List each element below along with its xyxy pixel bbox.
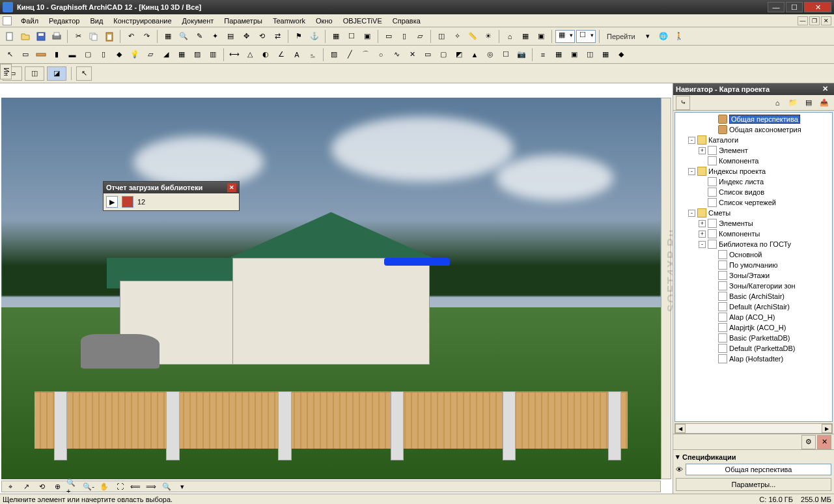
- nav-layouts-icon[interactable]: ▤: [801, 96, 816, 110]
- mode2-icon[interactable]: ◫: [25, 66, 44, 81]
- orbit-icon[interactable]: ⟲: [35, 479, 49, 494]
- collapse-icon[interactable]: -: [688, 137, 695, 144]
- light-icon[interactable]: ☀: [481, 29, 495, 44]
- tree-item[interactable]: Basic (ArchiStair): [675, 291, 832, 301]
- mesh-tool-icon[interactable]: ▦: [174, 48, 189, 62]
- menu-редактор[interactable]: Редактор: [44, 16, 85, 26]
- copy-icon[interactable]: [87, 29, 101, 44]
- tree-item[interactable]: -Каталоги: [675, 135, 832, 145]
- tree-item[interactable]: Компонента: [675, 156, 832, 166]
- tree-item[interactable]: Список чертежей: [675, 197, 832, 208]
- arrow-tool-icon[interactable]: ↖: [3, 48, 17, 62]
- tree-item[interactable]: Основной: [675, 249, 832, 260]
- tree-item[interactable]: -Сметы: [675, 208, 832, 218]
- tree-item[interactable]: +Компоненты: [675, 229, 832, 239]
- marquee-tool-icon[interactable]: ▭: [18, 48, 33, 62]
- expand-icon[interactable]: +: [699, 220, 706, 227]
- save-icon[interactable]: [34, 29, 48, 44]
- globe-icon[interactable]: 🌐: [656, 29, 671, 44]
- circle-tool-icon[interactable]: ○: [374, 48, 388, 62]
- fit-icon[interactable]: ⛶: [113, 479, 127, 494]
- info-tab[interactable]: Ин: [0, 64, 12, 79]
- next-view-icon[interactable]: ⟹: [144, 479, 158, 494]
- mdi-close-button[interactable]: ✕: [821, 16, 831, 25]
- minimize-button[interactable]: —: [768, 2, 785, 12]
- nav-project-icon[interactable]: ⌂: [770, 96, 785, 110]
- zoom-out-icon[interactable]: 🔍-: [81, 479, 96, 494]
- stack-icon[interactable]: ▣: [360, 29, 374, 44]
- grid-icon[interactable]: ▦: [329, 29, 343, 44]
- door-tool-icon[interactable]: ▯: [96, 48, 111, 62]
- selection-highlight[interactable]: [384, 258, 450, 266]
- tree-item[interactable]: Default (ParkettaDB): [675, 343, 832, 354]
- new-icon[interactable]: [3, 29, 17, 44]
- menu-конструирование[interactable]: Конструирование: [108, 16, 176, 26]
- mirror-icon[interactable]: ⇄: [270, 29, 285, 44]
- mdi-restore-button[interactable]: ❐: [809, 16, 820, 25]
- flag-icon[interactable]: ⚑: [292, 29, 306, 44]
- stair-tool-icon[interactable]: ≡: [536, 48, 550, 62]
- expand-icon[interactable]: +: [699, 147, 706, 154]
- fill-tool-icon[interactable]: ▨: [327, 48, 341, 62]
- view1-icon[interactable]: ▭: [382, 29, 396, 44]
- measure-icon[interactable]: 📏: [466, 29, 480, 44]
- navigator-hscroll[interactable]: ◀ ▶: [674, 423, 833, 434]
- pan-icon[interactable]: ✋: [97, 479, 111, 494]
- tree-item[interactable]: Список видов: [675, 187, 832, 197]
- column-tool-icon[interactable]: ▮: [49, 48, 64, 62]
- menu-параметры[interactable]: Параметры: [219, 16, 268, 26]
- house-icon[interactable]: ⌂: [503, 29, 517, 44]
- move-icon[interactable]: ✥: [239, 29, 253, 44]
- menu-вид[interactable]: Вид: [85, 16, 108, 26]
- spec-params-button[interactable]: Параметры...: [676, 478, 831, 491]
- cut-icon[interactable]: ✂: [71, 29, 85, 44]
- report-close-button[interactable]: ✕: [227, 183, 236, 192]
- pencil-icon[interactable]: ✎: [192, 29, 206, 44]
- spec-header[interactable]: ▾ Спецификации: [676, 453, 831, 461]
- drawing-tool-icon[interactable]: ▢: [436, 48, 451, 62]
- layers-icon[interactable]: ▤: [223, 29, 238, 44]
- tree-item[interactable]: По умолчанию: [675, 260, 832, 270]
- tree-item[interactable]: Default (ArchiStair): [675, 301, 832, 312]
- view2-icon[interactable]: ▯: [397, 29, 411, 44]
- anchor-icon[interactable]: ⚓: [307, 29, 322, 44]
- expand-icon[interactable]: +: [699, 231, 706, 238]
- tree-item[interactable]: Зоны/Категории зон: [675, 281, 832, 291]
- view-opts-icon[interactable]: ▾: [175, 479, 189, 494]
- tree-item[interactable]: Зоны/Этажи: [675, 270, 832, 281]
- nav-icon[interactable]: ▦: [518, 29, 533, 44]
- tree-item[interactable]: Alap (Hofstadter): [675, 354, 832, 364]
- collapse-icon[interactable]: -: [688, 210, 695, 217]
- nav-mode-icon[interactable]: ⤷: [676, 96, 690, 110]
- report-play-button[interactable]: ▶: [106, 196, 118, 208]
- tree-item[interactable]: -Библиотека по ГОСТу: [675, 239, 832, 249]
- more3-icon[interactable]: ◫: [583, 48, 597, 62]
- more5-icon[interactable]: ◆: [614, 48, 628, 62]
- menu-справка[interactable]: Справка: [387, 16, 426, 26]
- navigator-close-button[interactable]: ✕: [822, 85, 831, 94]
- tree-item[interactable]: Общая перспектива: [675, 114, 832, 124]
- layout-combo[interactable]: ▦: [555, 30, 575, 43]
- axis-icon[interactable]: ↗: [19, 479, 33, 494]
- text-tool-icon[interactable]: A: [290, 48, 304, 62]
- figure-tool-icon[interactable]: ▭: [421, 48, 435, 62]
- origin-icon[interactable]: ⌖: [3, 479, 18, 494]
- line-tool-icon[interactable]: ╱: [342, 48, 357, 62]
- redo-icon[interactable]: ↷: [139, 29, 154, 44]
- object-tool-icon[interactable]: ◆: [112, 48, 126, 62]
- elevation-tool-icon[interactable]: ▲: [467, 48, 482, 62]
- roof-tool-icon[interactable]: ◢: [159, 48, 173, 62]
- tree-item[interactable]: Alap (ACO_H): [675, 312, 832, 322]
- more1-icon[interactable]: ▦: [551, 48, 566, 62]
- find-icon[interactable]: 🔍: [176, 29, 191, 44]
- mdi-minimize-button[interactable]: —: [798, 16, 808, 25]
- level-tool-icon[interactable]: △: [243, 48, 257, 62]
- tree-item[interactable]: Общая аксонометрия: [675, 124, 832, 135]
- menu-документ[interactable]: Документ: [177, 16, 219, 26]
- close-button[interactable]: ✕: [804, 2, 831, 12]
- camera-tool-icon[interactable]: 📷: [514, 48, 529, 62]
- dim-tool-icon[interactable]: ⟷: [227, 48, 242, 62]
- view3-icon[interactable]: ▱: [413, 29, 427, 44]
- slab-tool-icon[interactable]: ▱: [143, 48, 158, 62]
- collapse-icon[interactable]: -: [688, 168, 695, 175]
